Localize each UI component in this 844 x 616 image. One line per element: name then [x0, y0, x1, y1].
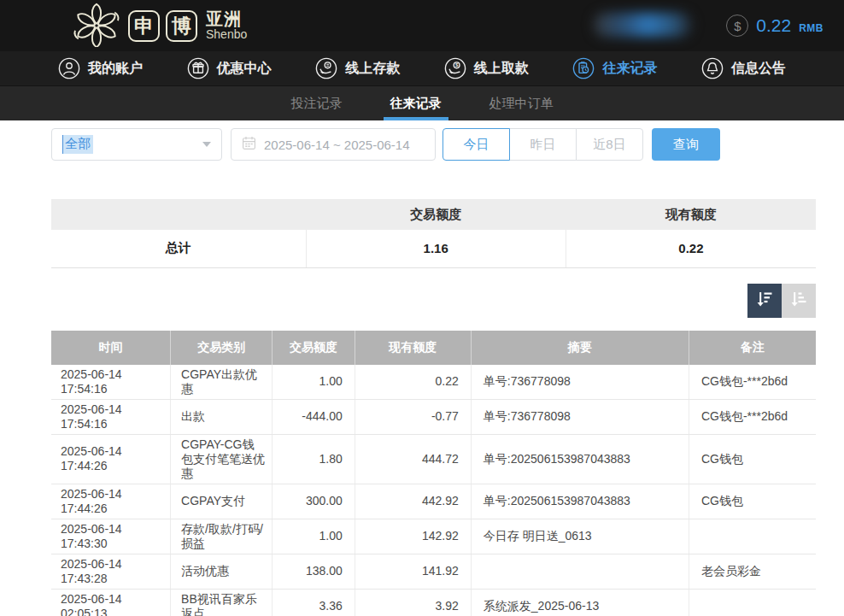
cell-type: BB视讯百家乐返点: [171, 589, 273, 616]
brand-char-1: 申: [128, 10, 160, 42]
summary-transaction-amount: 1.16: [306, 230, 566, 267]
cell-time: 2025-06-14 17:44:26: [51, 484, 171, 519]
nav-label: 我的账户: [88, 60, 143, 78]
cell-transaction-amount: 1.00: [273, 519, 355, 554]
cell-remark: CG钱包-***2b6d: [689, 399, 816, 434]
gift-icon: [187, 57, 209, 79]
brand-region: 亚洲: [206, 10, 247, 28]
balance-currency: RMB: [799, 22, 823, 34]
nav-item-announcements[interactable]: 信息公告: [701, 57, 786, 79]
nav-label: 往来记录: [602, 60, 657, 78]
nav-label: 优惠中心: [217, 60, 272, 78]
today-button[interactable]: 今日: [443, 128, 510, 161]
cell-current-amount: 0.22: [355, 365, 471, 400]
date-range-input[interactable]: 2025-06-14 ~ 2025-06-14: [231, 128, 436, 161]
transactions-header-row: 时间交易类别交易额度现有额度摘要备注: [51, 331, 816, 365]
table-row: 2025-06-14 17:43:30存款/取款/打码/损益1.00142.92…: [51, 519, 816, 554]
cell-current-amount: 442.92: [355, 484, 471, 519]
cell-type: 出款: [171, 399, 273, 434]
top-header: 申 博 亚洲 Shenbo $ 0.22 RMB: [0, 0, 844, 51]
cell-type: 活动优惠: [171, 554, 273, 589]
cell-current-amount: -0.77: [355, 399, 471, 434]
nav-item-withdraw[interactable]: $ 线上取款: [444, 57, 529, 79]
cell-time: 2025-06-14 17:44:26: [51, 434, 171, 484]
cell-current-amount: 444.72: [355, 434, 471, 484]
cell-time: 2025-06-14 17:43:30: [51, 519, 171, 554]
cell-transaction-amount: 1.00: [273, 365, 355, 400]
summary-header-empty: [51, 199, 306, 230]
cell-summary: 单号:736778098: [471, 365, 689, 400]
sort-ascending-button[interactable]: [782, 284, 816, 318]
cell-type: 存款/取款/打码/损益: [171, 519, 273, 554]
nav-label: 线上存款: [345, 60, 400, 78]
summary-table: 交易额度 现有额度 总计 1.16 0.22: [51, 199, 816, 268]
column-header: 摘要: [471, 331, 689, 365]
cell-summary: 单号:736778098: [471, 399, 689, 434]
cell-transaction-amount: 3.36: [273, 589, 355, 616]
tab-transaction-records[interactable]: 往来记录: [389, 86, 443, 120]
date-range-value: 2025-06-14 ~ 2025-06-14: [264, 138, 410, 152]
quick-date-group: 今日 昨日 近8日: [443, 128, 643, 161]
nav-item-deposit[interactable]: 线上存款: [315, 57, 400, 79]
nav-item-promotions[interactable]: 优惠中心: [187, 57, 272, 79]
transactions-body: 2025-06-14 17:54:16CGPAY出款优惠1.000.22单号:7…: [51, 365, 816, 616]
cell-remark: CG钱包: [689, 434, 816, 484]
table-row: 2025-06-14 17:44:26CGPAY支付300.00442.92单号…: [51, 484, 816, 519]
dollar-icon: $: [726, 15, 748, 37]
cell-type: CGPAY出款优惠: [171, 365, 273, 400]
tab-label: 投注记录: [291, 96, 343, 112]
cell-remark: CG钱包: [689, 484, 816, 519]
summary-total-label: 总计: [51, 230, 306, 267]
cell-remark: 老会员彩金: [689, 554, 816, 589]
table-row: 2025-06-14 02:05:13BB视讯百家乐返点3.363.92系统派发…: [51, 589, 816, 616]
cell-remark: CG钱包-***2b6d: [689, 365, 816, 400]
tab-betting-records[interactable]: 投注记录: [290, 86, 344, 120]
cell-summary: 单号:202506153987043883: [471, 434, 689, 484]
table-row: 2025-06-14 17:43:28活动优惠138.00141.92老会员彩金: [51, 554, 816, 589]
records-icon: [572, 57, 595, 79]
table-row: 2025-06-14 17:44:26CGPAY-CG钱包支付笔笔送优惠1.80…: [51, 434, 816, 484]
brand-logo[interactable]: 申 博 亚洲 Shenbo: [72, 1, 247, 50]
nav-item-my-account[interactable]: 我的账户: [58, 57, 143, 79]
nav-item-transaction-records[interactable]: 往来记录: [572, 57, 657, 79]
cell-remark: [689, 519, 816, 554]
cell-summary: 系统派发_2025-06-13: [471, 589, 689, 616]
deposit-icon: [315, 57, 337, 79]
type-select[interactable]: 全部: [51, 128, 222, 161]
bell-icon: [701, 57, 724, 79]
main-navigation: 我的账户 优惠中心 线上存款 $: [0, 51, 844, 85]
chevron-down-icon: [202, 142, 211, 147]
filter-bar: 全部 2025-06-14 ~ 2025-06-14 今日 昨日 近8日 查询: [51, 128, 816, 161]
balance-display[interactable]: $ 0.22 RMB: [726, 0, 823, 51]
main-content: 全部 2025-06-14 ~ 2025-06-14 今日 昨日 近8日 查询: [0, 120, 844, 616]
summary-total-row: 总计 1.16 0.22: [51, 230, 816, 267]
user-info-redacted[interactable]: [594, 13, 692, 37]
tab-label: 处理中订单: [489, 96, 554, 112]
sort-ascending-icon: [788, 289, 809, 312]
brand-name-boxes: 申 博: [128, 10, 197, 42]
yesterday-button[interactable]: 昨日: [509, 128, 577, 161]
table-row: 2025-06-14 17:54:16CGPAY出款优惠1.000.22单号:7…: [51, 365, 816, 400]
last-8-days-button[interactable]: 近8日: [576, 128, 643, 161]
sort-controls: [51, 284, 816, 318]
withdraw-icon: $: [444, 57, 466, 79]
user-icon: [58, 57, 80, 79]
column-header: 备注: [689, 331, 816, 365]
tab-label: 往来记录: [390, 96, 442, 112]
table-row: 2025-06-14 17:54:16出款-444.00-0.77单号:7367…: [51, 399, 816, 434]
cell-transaction-amount: 138.00: [273, 554, 355, 589]
cell-current-amount: 141.92: [355, 554, 471, 589]
cell-transaction-amount: 1.80: [273, 434, 355, 484]
cell-time: 2025-06-14 02:05:13: [51, 589, 171, 616]
sort-descending-button[interactable]: [747, 284, 782, 318]
cell-time: 2025-06-14 17:54:16: [51, 365, 171, 400]
summary-header-transaction-amount: 交易额度: [306, 199, 566, 230]
summary-current-amount: 0.22: [566, 230, 816, 267]
cell-summary: 单号:202506153987043883: [471, 484, 689, 519]
tab-pending-orders[interactable]: 处理中订单: [488, 86, 555, 120]
summary-header-current-amount: 现有额度: [566, 199, 816, 230]
brand-char-2: 博: [166, 10, 197, 42]
search-button[interactable]: 查询: [652, 128, 720, 161]
column-header: 现有额度: [355, 331, 471, 365]
cell-time: 2025-06-14 17:43:28: [51, 554, 171, 589]
